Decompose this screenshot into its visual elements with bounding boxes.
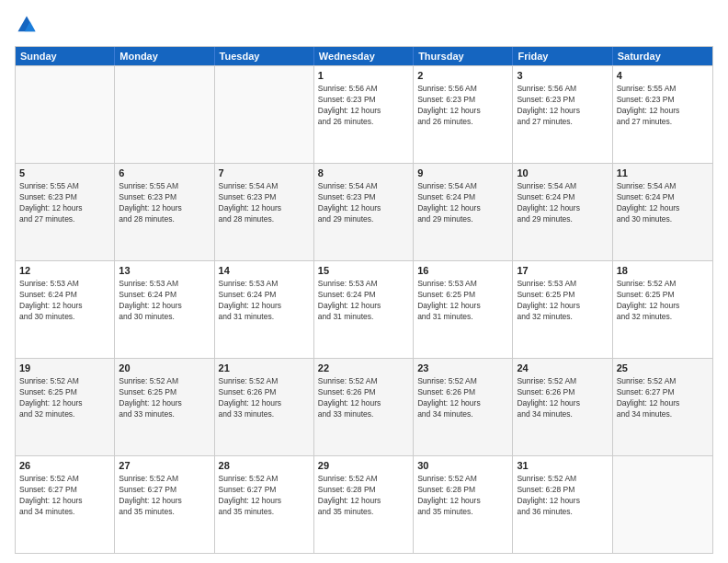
day-number: 30: [417, 459, 508, 473]
cell-info: Sunrise: 5:52 AM Sunset: 6:26 PM Dayligh…: [318, 376, 409, 420]
cell-info: Sunrise: 5:52 AM Sunset: 6:26 PM Dayligh…: [219, 376, 310, 420]
cal-cell: 5Sunrise: 5:55 AM Sunset: 6:23 PM Daylig…: [16, 164, 115, 260]
cal-cell: 21Sunrise: 5:52 AM Sunset: 6:26 PM Dayli…: [215, 359, 314, 455]
cal-cell: 9Sunrise: 5:54 AM Sunset: 6:24 PM Daylig…: [414, 164, 513, 260]
cell-info: Sunrise: 5:53 AM Sunset: 6:25 PM Dayligh…: [517, 279, 608, 323]
day-number: 21: [219, 362, 310, 375]
logo-icon: [17, 15, 37, 35]
cal-cell: [115, 66, 214, 163]
cell-info: Sunrise: 5:56 AM Sunset: 6:23 PM Dayligh…: [417, 84, 508, 128]
cal-cell: 11Sunrise: 5:54 AM Sunset: 6:24 PM Dayli…: [613, 164, 712, 260]
cal-cell: 12Sunrise: 5:53 AM Sunset: 6:24 PM Dayli…: [16, 261, 115, 358]
col-thu: Thursday: [414, 47, 513, 65]
calendar-body: 1Sunrise: 5:56 AM Sunset: 6:23 PM Daylig…: [16, 65, 712, 553]
col-wed: Wednesday: [314, 47, 414, 65]
day-number: 27: [119, 459, 210, 473]
cell-info: Sunrise: 5:52 AM Sunset: 6:26 PM Dayligh…: [517, 376, 608, 420]
cell-info: Sunrise: 5:52 AM Sunset: 6:27 PM Dayligh…: [219, 474, 310, 518]
day-number: 26: [19, 459, 110, 473]
cell-info: Sunrise: 5:54 AM Sunset: 6:24 PM Dayligh…: [617, 181, 709, 225]
cal-cell: 22Sunrise: 5:52 AM Sunset: 6:26 PM Dayli…: [314, 359, 414, 455]
col-fri: Friday: [513, 47, 612, 65]
cal-cell: 25Sunrise: 5:52 AM Sunset: 6:27 PM Dayli…: [613, 359, 712, 455]
cell-info: Sunrise: 5:54 AM Sunset: 6:23 PM Dayligh…: [318, 181, 409, 225]
week-row-3: 12Sunrise: 5:53 AM Sunset: 6:24 PM Dayli…: [16, 260, 712, 358]
day-number: 24: [517, 362, 608, 375]
cal-cell: 8Sunrise: 5:54 AM Sunset: 6:23 PM Daylig…: [314, 164, 414, 260]
cal-cell: 4Sunrise: 5:55 AM Sunset: 6:23 PM Daylig…: [613, 66, 712, 163]
day-number: 10: [517, 167, 608, 180]
cal-cell: 29Sunrise: 5:52 AM Sunset: 6:28 PM Dayli…: [314, 456, 414, 553]
cell-info: Sunrise: 5:52 AM Sunset: 6:25 PM Dayligh…: [119, 376, 210, 420]
day-number: 12: [19, 264, 110, 278]
cal-cell: [16, 66, 115, 163]
week-row-5: 26Sunrise: 5:52 AM Sunset: 6:27 PM Dayli…: [16, 455, 712, 553]
day-number: 20: [119, 362, 210, 375]
day-number: 9: [417, 167, 508, 180]
cal-cell: 23Sunrise: 5:52 AM Sunset: 6:26 PM Dayli…: [414, 359, 513, 455]
col-mon: Monday: [115, 47, 214, 65]
day-number: 22: [318, 362, 409, 375]
cal-cell: 16Sunrise: 5:53 AM Sunset: 6:25 PM Dayli…: [414, 261, 513, 358]
logo: [15, 15, 40, 39]
cal-cell: 27Sunrise: 5:52 AM Sunset: 6:27 PM Dayli…: [115, 456, 214, 553]
cell-info: Sunrise: 5:53 AM Sunset: 6:24 PM Dayligh…: [219, 279, 310, 323]
cell-info: Sunrise: 5:53 AM Sunset: 6:24 PM Dayligh…: [318, 279, 409, 323]
cal-cell: [613, 456, 712, 553]
cell-info: Sunrise: 5:53 AM Sunset: 6:25 PM Dayligh…: [417, 279, 508, 323]
cell-info: Sunrise: 5:55 AM Sunset: 6:23 PM Dayligh…: [617, 84, 709, 128]
day-number: 19: [19, 362, 110, 375]
day-number: 23: [417, 362, 508, 375]
week-row-4: 19Sunrise: 5:52 AM Sunset: 6:25 PM Dayli…: [16, 358, 712, 455]
cell-info: Sunrise: 5:52 AM Sunset: 6:26 PM Dayligh…: [417, 376, 508, 420]
cell-info: Sunrise: 5:54 AM Sunset: 6:24 PM Dayligh…: [417, 181, 508, 225]
cal-cell: 13Sunrise: 5:53 AM Sunset: 6:24 PM Dayli…: [115, 261, 214, 358]
cell-info: Sunrise: 5:52 AM Sunset: 6:27 PM Dayligh…: [617, 376, 709, 420]
cal-cell: 18Sunrise: 5:52 AM Sunset: 6:25 PM Dayli…: [613, 261, 712, 358]
cell-info: Sunrise: 5:52 AM Sunset: 6:27 PM Dayligh…: [19, 474, 110, 518]
cal-cell: 3Sunrise: 5:56 AM Sunset: 6:23 PM Daylig…: [513, 66, 612, 163]
day-number: 4: [617, 69, 709, 83]
cal-cell: 15Sunrise: 5:53 AM Sunset: 6:24 PM Dayli…: [314, 261, 414, 358]
cell-info: Sunrise: 5:56 AM Sunset: 6:23 PM Dayligh…: [318, 84, 409, 128]
cal-cell: 10Sunrise: 5:54 AM Sunset: 6:24 PM Dayli…: [513, 164, 612, 260]
col-sun: Sunday: [16, 47, 115, 65]
cal-cell: 31Sunrise: 5:52 AM Sunset: 6:28 PM Dayli…: [513, 456, 612, 553]
day-number: 13: [119, 264, 210, 278]
day-number: 18: [617, 264, 709, 278]
day-number: 29: [318, 459, 409, 473]
cal-cell: 24Sunrise: 5:52 AM Sunset: 6:26 PM Dayli…: [513, 359, 612, 455]
day-number: 17: [517, 264, 608, 278]
cal-cell: 1Sunrise: 5:56 AM Sunset: 6:23 PM Daylig…: [314, 66, 414, 163]
day-number: 31: [517, 459, 608, 473]
cal-cell: 17Sunrise: 5:53 AM Sunset: 6:25 PM Dayli…: [513, 261, 612, 358]
cal-cell: 20Sunrise: 5:52 AM Sunset: 6:25 PM Dayli…: [115, 359, 214, 455]
cell-info: Sunrise: 5:53 AM Sunset: 6:24 PM Dayligh…: [119, 279, 210, 323]
cal-cell: 2Sunrise: 5:56 AM Sunset: 6:23 PM Daylig…: [414, 66, 513, 163]
day-number: 2: [417, 69, 508, 83]
calendar: Sunday Monday Tuesday Wednesday Thursday…: [15, 46, 713, 554]
cal-cell: 30Sunrise: 5:52 AM Sunset: 6:28 PM Dayli…: [414, 456, 513, 553]
day-number: 3: [517, 69, 608, 83]
cell-info: Sunrise: 5:55 AM Sunset: 6:23 PM Dayligh…: [19, 181, 110, 225]
cal-cell: 14Sunrise: 5:53 AM Sunset: 6:24 PM Dayli…: [215, 261, 314, 358]
col-tue: Tuesday: [215, 47, 314, 65]
cell-info: Sunrise: 5:52 AM Sunset: 6:28 PM Dayligh…: [417, 474, 508, 518]
day-number: 11: [617, 167, 709, 180]
cell-info: Sunrise: 5:56 AM Sunset: 6:23 PM Dayligh…: [517, 84, 608, 128]
cal-cell: 26Sunrise: 5:52 AM Sunset: 6:27 PM Dayli…: [16, 456, 115, 553]
header: [15, 15, 713, 39]
day-number: 15: [318, 264, 409, 278]
day-number: 1: [318, 69, 409, 83]
cell-info: Sunrise: 5:52 AM Sunset: 6:28 PM Dayligh…: [318, 474, 409, 518]
calendar-header: Sunday Monday Tuesday Wednesday Thursday…: [16, 47, 712, 65]
page: Sunday Monday Tuesday Wednesday Thursday…: [0, 0, 728, 563]
day-number: 5: [19, 167, 110, 180]
cal-cell: 19Sunrise: 5:52 AM Sunset: 6:25 PM Dayli…: [16, 359, 115, 455]
col-sat: Saturday: [613, 47, 712, 65]
cal-cell: 6Sunrise: 5:55 AM Sunset: 6:23 PM Daylig…: [115, 164, 214, 260]
day-number: 25: [617, 362, 709, 375]
day-number: 14: [219, 264, 310, 278]
day-number: 7: [219, 167, 310, 180]
cell-info: Sunrise: 5:54 AM Sunset: 6:24 PM Dayligh…: [517, 181, 608, 225]
